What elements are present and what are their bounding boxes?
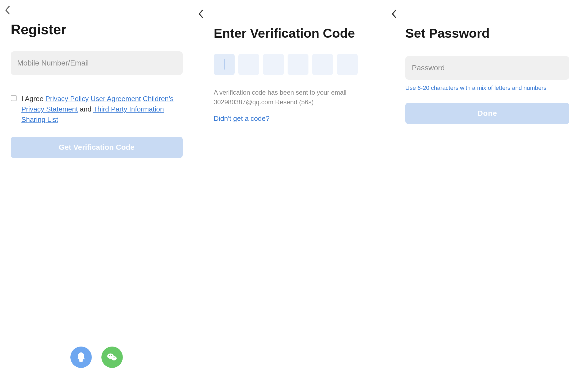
back-button[interactable] [4,5,11,16]
chevron-left-icon [198,9,204,19]
no-code-link[interactable]: Didn't get a code? [214,114,270,123]
agree-checkbox[interactable] [11,95,17,101]
input-container [405,56,569,80]
qq-login-button[interactable] [70,347,92,368]
svg-point-4 [113,358,114,358]
svg-point-3 [111,355,112,356]
mobile-email-input[interactable] [11,51,183,75]
register-screen: Register I Agree Privacy Policy User Agr… [0,0,193,392]
svg-point-5 [115,358,115,358]
sent-message-line2: 302980387@qq.com Resend (56s) [214,97,367,107]
sent-message: A verification code has been sent to you… [214,88,367,107]
set-password-screen: Set Password Use 6-20 characters with a … [387,0,580,392]
user-agreement-link[interactable]: User Agreement [91,95,141,103]
page-title: Set Password [405,26,569,41]
password-hint: Use 6-20 characters with a mix of letter… [405,84,569,91]
code-digit-3[interactable] [263,54,284,75]
back-button[interactable] [198,9,204,20]
agree-row: I Agree Privacy Policy User Agreement Ch… [11,94,183,125]
done-button[interactable]: Done [405,103,569,124]
code-digit-1[interactable] [214,54,235,75]
social-login-row [0,347,193,368]
page-title: Enter Verification Code [214,26,367,41]
page-title: Register [11,21,183,37]
wechat-icon [106,351,118,363]
chevron-left-icon [4,5,11,15]
agree-prefix: I Agree [21,95,45,103]
chevron-left-icon [391,9,397,19]
code-digit-2[interactable] [238,54,259,75]
input-container [11,51,183,75]
wechat-login-button[interactable] [101,347,123,368]
code-digit-4[interactable] [288,54,308,75]
verification-screen: Enter Verification Code A verification c… [193,0,387,392]
get-code-button[interactable]: Get Verification Code [11,137,183,158]
qq-icon [75,351,87,363]
privacy-policy-link[interactable]: Privacy Policy [45,95,89,103]
agree-text: I Agree Privacy Policy User Agreement Ch… [21,94,183,125]
code-digit-6[interactable] [337,54,358,75]
sent-message-line1: A verification code has been sent to you… [214,88,367,97]
agree-and: and [78,105,93,113]
code-input-group [214,54,367,75]
code-digit-5[interactable] [312,54,333,75]
back-button[interactable] [391,9,397,20]
svg-point-1 [111,356,117,360]
password-input[interactable] [405,56,569,80]
text-cursor [224,59,224,70]
svg-point-2 [109,355,110,356]
